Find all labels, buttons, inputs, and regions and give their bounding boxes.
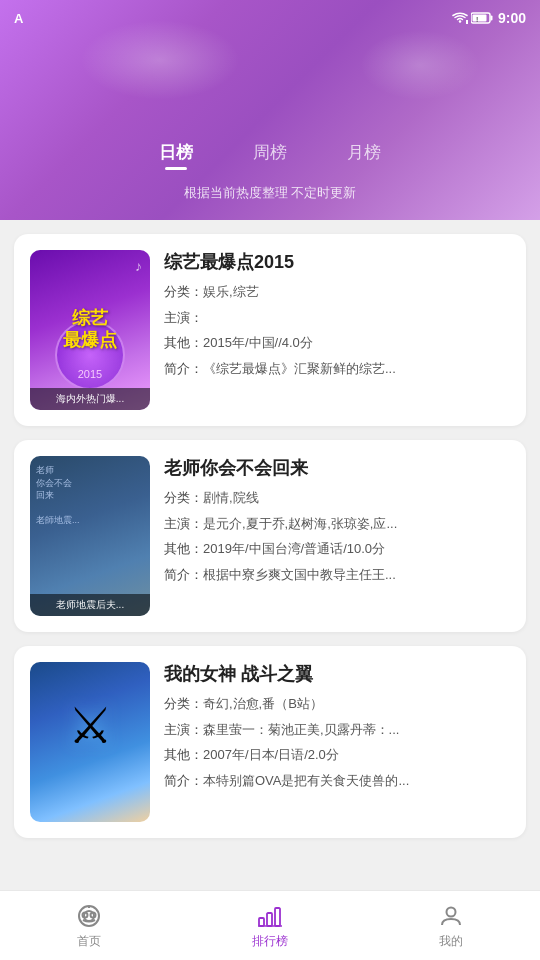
thumb-badge-1: 海内外热门爆... (30, 388, 150, 410)
svg-rect-2 (490, 16, 492, 21)
svg-rect-11 (267, 913, 272, 926)
nav-item-ranking[interactable]: 排行榜 (232, 896, 308, 956)
profile-icon (437, 902, 465, 930)
nav-item-profile[interactable]: 我的 (417, 896, 485, 956)
svg-text:!: ! (476, 16, 478, 23)
card-title-2: 老师你会不会回来 (164, 456, 510, 480)
nav-item-home[interactable]: 首页 (55, 896, 123, 956)
tab-weekly[interactable]: 周榜 (253, 141, 287, 170)
header-subtitle: 根据当前热度整理 不定时更新 (184, 184, 357, 202)
tab-daily[interactable]: 日榜 (159, 141, 193, 170)
card-info-3: 我的女神 战斗之翼 分类：奇幻,治愈,番（B站） 主演：森里萤一：菊池正美,贝露… (164, 662, 510, 822)
status-bar: A ! 9:00 (0, 0, 540, 36)
nav-label-ranking: 排行榜 (252, 933, 288, 950)
card-intro-1: 简介：《综艺最爆点》汇聚新鲜的综艺... (164, 359, 510, 379)
status-time: 9:00 (498, 10, 526, 26)
card-cast-3: 主演：森里萤一：菊池正美,贝露丹蒂：... (164, 720, 510, 740)
list-item[interactable]: 老师你会不会回来老師地震... 老师地震后夫... 老师你会不会回来 分类：剧情… (14, 440, 526, 632)
bottom-nav: 首页 排行榜 我的 (0, 890, 540, 960)
nav-label-profile: 我的 (439, 933, 463, 950)
tabs: 日榜 周榜 月榜 (159, 141, 381, 170)
card-intro-3: 简介：本特别篇OVA是把有关食天使兽的... (164, 771, 510, 791)
list-item[interactable]: 我的女神 战斗之翼 分类：奇幻,治愈,番（B站） 主演：森里萤一：菊池正美,贝露… (14, 646, 526, 838)
ranking-icon (256, 902, 284, 930)
svg-rect-12 (275, 908, 280, 926)
content: 综艺最爆点 2015 ♪ 海内外热门爆... 综艺最爆点2015 分类：娱乐,综… (0, 220, 540, 932)
status-app-icon: A (14, 11, 23, 26)
nav-label-home: 首页 (77, 933, 101, 950)
card-category-2: 分类：剧情,院线 (164, 488, 510, 508)
card-cast-2: 主演：是元介,夏于乔,赵树海,张琼姿,应... (164, 514, 510, 534)
card-other-2: 其他：2019年/中国台湾/普通话/10.0分 (164, 539, 510, 559)
status-icons: ! (452, 12, 493, 24)
card-intro-2: 简介：根据中寮乡爽文国中教导主任王... (164, 565, 510, 585)
card-thumbnail-2: 老师你会不会回来老師地震... 老师地震后夫... (30, 456, 150, 616)
thumb-badge-2: 老师地震后夫... (30, 594, 150, 616)
card-other-3: 其他：2007年/日本/日语/2.0分 (164, 745, 510, 765)
svg-point-8 (84, 911, 94, 921)
svg-rect-3 (472, 15, 486, 22)
card-category-3: 分类：奇幻,治愈,番（B站） (164, 694, 510, 714)
card-thumbnail-3 (30, 662, 150, 822)
svg-marker-0 (466, 20, 468, 24)
home-icon (75, 902, 103, 930)
card-info-1: 综艺最爆点2015 分类：娱乐,综艺 主演： 其他：2015年/中国//4.0分… (164, 250, 510, 410)
tab-monthly[interactable]: 月榜 (347, 141, 381, 170)
wifi-icon (452, 12, 468, 24)
card-info-2: 老师你会不会回来 分类：剧情,院线 主演：是元介,夏于乔,赵树海,张琼姿,应..… (164, 456, 510, 616)
svg-rect-10 (259, 918, 264, 926)
status-right: ! 9:00 (452, 10, 526, 26)
card-title-1: 综艺最爆点2015 (164, 250, 510, 274)
list-item[interactable]: 综艺最爆点 2015 ♪ 海内外热门爆... 综艺最爆点2015 分类：娱乐,综… (14, 234, 526, 426)
card-thumbnail-1: 综艺最爆点 2015 ♪ 海内外热门爆... (30, 250, 150, 410)
card-title-3: 我的女神 战斗之翼 (164, 662, 510, 686)
card-cast-1: 主演： (164, 308, 510, 328)
svg-point-14 (447, 907, 456, 916)
card-category-1: 分类：娱乐,综艺 (164, 282, 510, 302)
battery-icon: ! (471, 12, 493, 24)
card-other-1: 其他：2015年/中国//4.0分 (164, 333, 510, 353)
